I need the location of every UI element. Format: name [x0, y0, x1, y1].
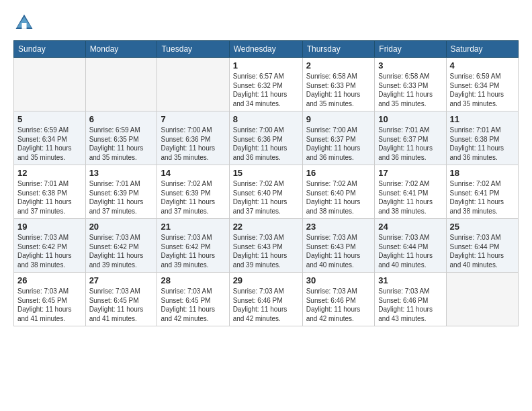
calendar-cell: 29Sunrise: 7:03 AMSunset: 6:46 PMDayligh… [229, 273, 302, 326]
day-number: 28 [161, 275, 225, 285]
calendar-cell: 26Sunrise: 7:03 AMSunset: 6:45 PMDayligh… [14, 273, 86, 326]
day-number: 11 [450, 114, 515, 124]
day-number: 13 [89, 168, 154, 178]
day-number: 27 [89, 275, 154, 285]
calendar-cell: 19Sunrise: 7:03 AMSunset: 6:42 PMDayligh… [14, 219, 86, 273]
day-info: Sunrise: 7:03 AMSunset: 6:44 PMDaylight:… [450, 233, 515, 269]
calendar-cell: 21Sunrise: 7:03 AMSunset: 6:42 PMDayligh… [157, 219, 229, 273]
day-info: Sunrise: 7:01 AMSunset: 6:38 PMDaylight:… [450, 126, 515, 162]
day-info: Sunrise: 7:03 AMSunset: 6:42 PMDaylight:… [161, 233, 225, 269]
day-info: Sunrise: 7:02 AMSunset: 6:39 PMDaylight:… [161, 179, 225, 216]
day-number: 19 [17, 222, 82, 232]
day-info: Sunrise: 7:02 AMSunset: 6:40 PMDaylight:… [233, 179, 299, 216]
day-number: 4 [450, 60, 515, 71]
day-info: Sunrise: 7:03 AMSunset: 6:43 PMDaylight:… [306, 233, 371, 269]
day-header-friday: Friday [375, 41, 446, 58]
calendar-cell: 6Sunrise: 6:59 AMSunset: 6:35 PMDaylight… [85, 111, 157, 165]
day-info: Sunrise: 7:03 AMSunset: 6:42 PMDaylight:… [89, 233, 154, 269]
calendar-cell: 15Sunrise: 7:02 AMSunset: 6:40 PMDayligh… [229, 165, 302, 219]
day-info: Sunrise: 7:01 AMSunset: 6:37 PMDaylight:… [378, 126, 442, 162]
day-info: Sunrise: 6:59 AMSunset: 6:35 PMDaylight:… [89, 126, 154, 162]
week-row-2: 12Sunrise: 7:01 AMSunset: 6:38 PMDayligh… [14, 165, 519, 219]
calendar-cell: 22Sunrise: 7:03 AMSunset: 6:43 PMDayligh… [229, 219, 302, 273]
day-info: Sunrise: 6:58 AMSunset: 6:33 PMDaylight:… [306, 72, 371, 108]
calendar-cell: 28Sunrise: 7:03 AMSunset: 6:45 PMDayligh… [157, 273, 229, 326]
day-number: 1 [233, 60, 299, 71]
day-info: Sunrise: 7:01 AMSunset: 6:38 PMDaylight:… [17, 179, 82, 216]
page: SundayMondayTuesdayWednesdayThursdayFrid… [0, 0, 532, 411]
day-info: Sunrise: 7:03 AMSunset: 6:42 PMDaylight:… [17, 233, 82, 269]
calendar-cell: 24Sunrise: 7:03 AMSunset: 6:44 PMDayligh… [375, 219, 446, 273]
day-number: 23 [306, 222, 371, 232]
day-info: Sunrise: 6:59 AMSunset: 6:34 PMDaylight:… [450, 72, 515, 108]
calendar-cell: 10Sunrise: 7:01 AMSunset: 6:37 PMDayligh… [375, 111, 446, 165]
day-info: Sunrise: 7:00 AMSunset: 6:37 PMDaylight:… [306, 126, 371, 162]
day-number: 10 [378, 114, 442, 124]
day-number: 12 [17, 168, 82, 178]
logo [13, 12, 38, 34]
day-number: 16 [306, 168, 371, 178]
day-number: 15 [233, 168, 299, 178]
day-info: Sunrise: 6:58 AMSunset: 6:33 PMDaylight:… [378, 72, 442, 108]
day-number: 30 [306, 275, 371, 285]
week-row-4: 26Sunrise: 7:03 AMSunset: 6:45 PMDayligh… [14, 273, 519, 326]
day-number: 7 [161, 114, 225, 124]
calendar-cell: 7Sunrise: 7:00 AMSunset: 6:36 PMDaylight… [157, 111, 229, 165]
day-number: 31 [378, 275, 442, 285]
day-number: 25 [450, 222, 515, 232]
day-info: Sunrise: 7:03 AMSunset: 6:44 PMDaylight:… [378, 233, 442, 269]
day-header-sunday: Sunday [14, 41, 86, 58]
day-info: Sunrise: 7:00 AMSunset: 6:36 PMDaylight:… [233, 126, 299, 162]
day-number: 22 [233, 222, 299, 232]
calendar-cell: 9Sunrise: 7:00 AMSunset: 6:37 PMDaylight… [302, 111, 375, 165]
calendar-cell: 3Sunrise: 6:58 AMSunset: 6:33 PMDaylight… [375, 58, 446, 111]
day-header-monday: Monday [85, 41, 157, 58]
calendar-cell: 30Sunrise: 7:03 AMSunset: 6:46 PMDayligh… [302, 273, 375, 326]
day-info: Sunrise: 7:03 AMSunset: 6:46 PMDaylight:… [233, 287, 299, 323]
day-info: Sunrise: 7:00 AMSunset: 6:36 PMDaylight:… [161, 126, 225, 162]
calendar-cell: 14Sunrise: 7:02 AMSunset: 6:39 PMDayligh… [157, 165, 229, 219]
calendar-cell: 20Sunrise: 7:03 AMSunset: 6:42 PMDayligh… [85, 219, 157, 273]
calendar-cell [157, 58, 229, 111]
week-row-0: 1Sunrise: 6:57 AMSunset: 6:32 PMDaylight… [14, 58, 519, 111]
calendar-cell [14, 58, 86, 111]
day-number: 5 [17, 114, 82, 124]
day-number: 18 [450, 168, 515, 178]
day-number: 21 [161, 222, 225, 232]
day-number: 2 [306, 60, 371, 71]
day-info: Sunrise: 7:02 AMSunset: 6:41 PMDaylight:… [450, 179, 515, 216]
calendar-cell: 17Sunrise: 7:02 AMSunset: 6:41 PMDayligh… [375, 165, 446, 219]
calendar-cell: 16Sunrise: 7:02 AMSunset: 6:40 PMDayligh… [302, 165, 375, 219]
day-header-tuesday: Tuesday [157, 41, 229, 58]
day-info: Sunrise: 7:01 AMSunset: 6:39 PMDaylight:… [89, 179, 154, 216]
calendar-header-row: SundayMondayTuesdayWednesdayThursdayFrid… [14, 41, 519, 58]
day-number: 8 [233, 114, 299, 124]
header [13, 12, 519, 34]
day-number: 29 [233, 275, 299, 285]
calendar-cell: 23Sunrise: 7:03 AMSunset: 6:43 PMDayligh… [302, 219, 375, 273]
day-info: Sunrise: 6:59 AMSunset: 6:34 PMDaylight:… [17, 126, 82, 162]
day-info: Sunrise: 7:02 AMSunset: 6:41 PMDaylight:… [378, 179, 442, 216]
calendar-cell: 31Sunrise: 7:03 AMSunset: 6:46 PMDayligh… [375, 273, 446, 326]
day-header-saturday: Saturday [446, 41, 518, 58]
calendar-cell: 13Sunrise: 7:01 AMSunset: 6:39 PMDayligh… [85, 165, 157, 219]
week-row-3: 19Sunrise: 7:03 AMSunset: 6:42 PMDayligh… [14, 219, 519, 273]
calendar-cell: 11Sunrise: 7:01 AMSunset: 6:38 PMDayligh… [446, 111, 518, 165]
day-info: Sunrise: 7:03 AMSunset: 6:46 PMDaylight:… [378, 287, 442, 323]
day-number: 14 [161, 168, 225, 178]
day-info: Sunrise: 7:03 AMSunset: 6:46 PMDaylight:… [306, 287, 371, 323]
day-info: Sunrise: 6:57 AMSunset: 6:32 PMDaylight:… [233, 72, 299, 108]
day-info: Sunrise: 7:03 AMSunset: 6:45 PMDaylight:… [161, 287, 225, 323]
day-number: 26 [17, 275, 82, 285]
calendar-cell: 1Sunrise: 6:57 AMSunset: 6:32 PMDaylight… [229, 58, 302, 111]
calendar-cell: 12Sunrise: 7:01 AMSunset: 6:38 PMDayligh… [14, 165, 86, 219]
calendar-cell: 4Sunrise: 6:59 AMSunset: 6:34 PMDaylight… [446, 58, 518, 111]
calendar-cell [446, 273, 518, 326]
logo-icon [13, 12, 35, 34]
day-number: 9 [306, 114, 371, 124]
calendar-cell: 2Sunrise: 6:58 AMSunset: 6:33 PMDaylight… [302, 58, 375, 111]
calendar-cell: 5Sunrise: 6:59 AMSunset: 6:34 PMDaylight… [14, 111, 86, 165]
day-info: Sunrise: 7:03 AMSunset: 6:45 PMDaylight:… [89, 287, 154, 323]
day-info: Sunrise: 7:02 AMSunset: 6:40 PMDaylight:… [306, 179, 371, 216]
calendar-cell: 18Sunrise: 7:02 AMSunset: 6:41 PMDayligh… [446, 165, 518, 219]
